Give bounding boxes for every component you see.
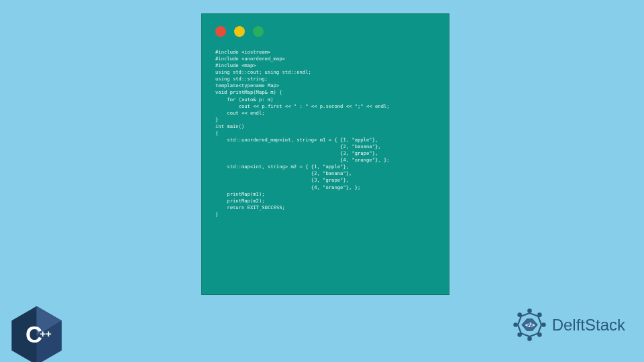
- code-line: using std::cout; using std::endl;: [215, 69, 435, 76]
- code-line: void printMap(Map& m) {: [215, 89, 435, 96]
- code-line: }: [215, 117, 435, 123]
- code-line: {: [215, 130, 435, 137]
- code-line: {2, "banana"},: [215, 143, 435, 150]
- code-line: return EXIT_SUCCESS;: [215, 204, 435, 211]
- code-line: int main(): [215, 123, 435, 130]
- code-terminal-window: #include <iostream> #include <unordered_…: [201, 13, 449, 295]
- svg-text:</>: </>: [525, 321, 535, 328]
- brand-name: DelftStack: [552, 316, 625, 335]
- code-line: #include <iostream>: [215, 49, 435, 56]
- code-line: #include <map>: [215, 62, 435, 69]
- code-line: for (auto& p: m): [215, 97, 435, 103]
- code-line: {2, "banana"},: [215, 170, 435, 177]
- code-line: cout << p.first << " : " << p.second << …: [215, 103, 435, 110]
- code-line: std::unordered_map<int, string> m1 = { {…: [215, 137, 435, 143]
- delftstack-logo: </> DelftStack: [511, 306, 625, 343]
- code-line: std::map<int, string> m2 = { {1, "apple"…: [215, 164, 435, 170]
- code-line: #include <unordered_map>: [215, 56, 435, 62]
- svg-text:++: ++: [40, 328, 52, 339]
- code-line: template<typename Map>: [215, 82, 435, 89]
- code-line: {3, "grape"},: [215, 177, 435, 184]
- code-line: {4, "orange"}, };: [215, 157, 435, 164]
- window-controls: [215, 26, 435, 37]
- close-dot-icon: [215, 26, 226, 37]
- delftstack-badge-icon: </>: [511, 306, 548, 343]
- code-line: {3, "grape"},: [215, 150, 435, 157]
- minimize-dot-icon: [234, 26, 245, 37]
- maximize-dot-icon: [253, 26, 264, 37]
- code-line: printMap(m1);: [215, 191, 435, 198]
- code-block: #include <iostream> #include <unordered_…: [215, 49, 435, 218]
- code-line: using std::string;: [215, 76, 435, 82]
- code-line: {4, "orange"}, };: [215, 184, 435, 191]
- cpp-logo-icon: C ++: [8, 305, 65, 362]
- code-line: }: [215, 211, 435, 218]
- code-line: printMap(m2);: [215, 198, 435, 204]
- code-line: cout << endl;: [215, 110, 435, 117]
